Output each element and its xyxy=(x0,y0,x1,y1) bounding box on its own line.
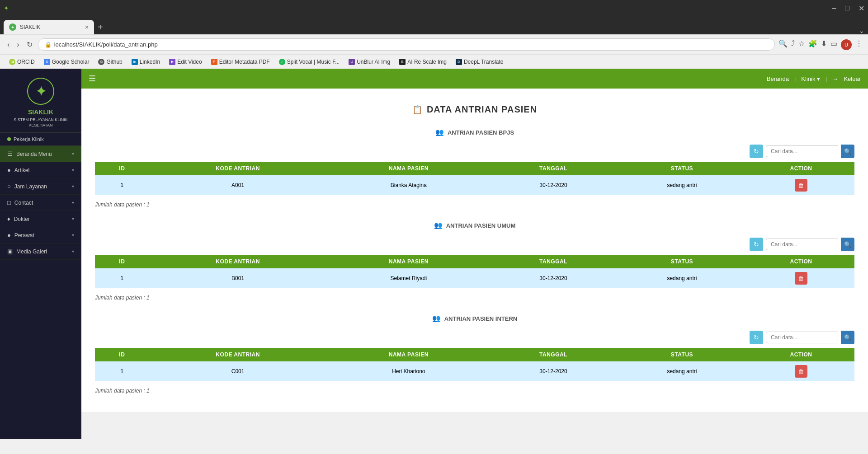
reload-button[interactable]: ↻ xyxy=(25,38,34,51)
table-row: 1 A001 Bianka Atagina 30-12-2020 sedang … xyxy=(95,175,854,195)
umum-refresh-button[interactable]: ↻ xyxy=(750,238,763,251)
sidebar-item-media-galeri[interactable]: ▣ Media Galeri ▾ xyxy=(0,243,81,260)
bookmark-unblur[interactable]: U UnBlur AI Img xyxy=(345,58,394,66)
sidebar-item-artikel[interactable]: ● Artikel ▾ xyxy=(0,162,81,178)
umum-search-input[interactable] xyxy=(766,239,838,250)
main-content: ☰ Beranda | Klinik ▾ | → Keluar 📋 DATA A… xyxy=(81,69,868,439)
intern-refresh-button[interactable]: ↻ xyxy=(750,331,763,344)
logo-icon: ✦ xyxy=(27,78,54,105)
bpjs-row-status: sedang antri xyxy=(616,175,748,195)
dokter-label: Dokter xyxy=(14,216,30,222)
extensions-icon[interactable]: 🧩 xyxy=(808,39,817,50)
media-galeri-label: Media Galeri xyxy=(16,248,47,255)
col-status-intern: STATUS xyxy=(616,348,748,361)
artikel-label: Artikel xyxy=(14,167,29,173)
col-tanggal-bpjs: TANGGAL xyxy=(491,162,616,175)
active-tab[interactable]: ✦ SIAKLIK × xyxy=(4,20,94,34)
media-galeri-arrow: ▾ xyxy=(72,249,74,254)
umum-delete-button[interactable]: 🗑 xyxy=(795,272,807,285)
intern-search-bar: ↻ 🔍 xyxy=(95,327,854,348)
download-icon[interactable]: ⬇ xyxy=(821,39,827,50)
umum-table: ID KODE ANTRIAN NAMA PASIEN TANGGAL STAT… xyxy=(95,255,854,288)
bpjs-search-input[interactable] xyxy=(766,145,838,157)
intern-delete-button[interactable]: 🗑 xyxy=(795,365,807,378)
profile-avatar[interactable]: U xyxy=(841,39,852,50)
bookmark-ai-rescale[interactable]: B AI Re Scale Img xyxy=(396,58,450,66)
tab-title: SIAKLIK xyxy=(20,24,81,30)
bookmark-orcid[interactable]: id ORCID xyxy=(5,58,38,66)
col-status-umum: STATUS xyxy=(616,255,748,268)
bpjs-row-action: 🗑 xyxy=(748,175,854,195)
bpjs-row-nama: Bianka Atagina xyxy=(327,175,491,195)
minimize-button[interactable]: – xyxy=(832,4,836,13)
maximize-button[interactable]: □ xyxy=(845,4,849,13)
sidebar-nav: ☰ Beranda Menu ▾ ● Artikel ▾ ○ Jam Layan xyxy=(0,146,81,260)
keluar-link[interactable]: Keluar xyxy=(844,75,861,82)
col-nama-umum: NAMA PASIEN xyxy=(327,255,491,268)
search-icon[interactable]: 🔍 xyxy=(778,39,788,50)
intern-section-icon: 👥 xyxy=(432,314,441,323)
forward-button[interactable]: › xyxy=(15,39,21,51)
col-action-intern: ACTION xyxy=(748,348,854,361)
bookmark-split-vocal[interactable]: ♪ Split Vocal | Music F... xyxy=(275,58,344,66)
bpjs-section-icon: 👥 xyxy=(435,128,444,136)
umum-table-header-row: ID KODE ANTRIAN NAMA PASIEN TANGGAL STAT… xyxy=(95,255,854,268)
browser-menu-icon[interactable]: ⋮ xyxy=(855,39,863,50)
col-kode-bpjs: KODE ANTRIAN xyxy=(149,162,327,175)
sidebar-item-jam-layanan[interactable]: ○ Jam Layanan ▾ xyxy=(0,178,81,195)
col-kode-umum: KODE ANTRIAN xyxy=(149,255,327,268)
bpjs-footer: Jumlah data pasien : 1 xyxy=(95,199,854,217)
bookmark-linkedin[interactable]: in LinkedIn xyxy=(128,58,164,66)
lock-icon: 🔒 xyxy=(45,42,52,48)
contact-icon: □ xyxy=(7,199,11,206)
table-row: 1 B001 Selamet Riyadi 30-12-2020 sedang … xyxy=(95,268,854,288)
sidebar-item-contact[interactable]: □ Contact ▾ xyxy=(0,195,81,211)
bookmark-editor-metadata[interactable]: P Editor Metadata PDF xyxy=(208,58,274,66)
topbar: ☰ Beranda | Klinik ▾ | → Keluar xyxy=(81,69,868,89)
col-id-umum: ID xyxy=(95,255,149,268)
new-tab-button[interactable]: + xyxy=(98,20,103,34)
umum-row-action: 🗑 xyxy=(748,268,854,288)
back-button[interactable]: ‹ xyxy=(5,39,11,51)
page-title-icon: 📋 xyxy=(412,105,422,115)
bookmark-star-icon[interactable]: ☆ xyxy=(798,39,805,50)
url-input[interactable]: 🔒 localhost/SIAKLIK/poli/data_antrian.ph… xyxy=(38,38,775,51)
close-button[interactable]: ✕ xyxy=(859,4,864,13)
logo-subtitle: SISTEM PELAYANAN KLINIKKESEHATAN xyxy=(14,117,68,128)
intern-search-button[interactable]: 🔍 xyxy=(841,331,854,344)
sidebar-item-perawat[interactable]: ● Perawat ▾ xyxy=(0,227,81,243)
bookmark-deepl[interactable]: D DeepL Translate xyxy=(452,58,507,66)
sidebar-item-dokter[interactable]: ♦ Dokter ▾ xyxy=(0,211,81,227)
perawat-arrow: ▾ xyxy=(72,233,74,238)
col-status-bpjs: STATUS xyxy=(616,162,748,175)
umum-row-id: 1 xyxy=(95,268,149,288)
sidebar-item-beranda-menu[interactable]: ☰ Beranda Menu ▾ xyxy=(0,146,81,162)
col-id-intern: ID xyxy=(95,348,149,361)
worker-badge: Pekerja Klinik xyxy=(0,133,81,146)
bpjs-delete-button[interactable]: 🗑 xyxy=(795,179,807,192)
bpjs-refresh-button[interactable]: ↻ xyxy=(750,145,763,158)
intern-row-nama: Heri Khariono xyxy=(327,361,491,381)
bookmark-github[interactable]: G Github xyxy=(94,58,126,66)
beranda-menu-arrow: ▾ xyxy=(72,151,74,156)
tab-close-icon[interactable]: × xyxy=(85,23,89,31)
bookmark-edit-video[interactable]: ▶ Edit Video xyxy=(165,58,206,66)
share-icon[interactable]: ⤴ xyxy=(791,39,795,50)
beranda-link[interactable]: Beranda xyxy=(767,75,789,82)
col-kode-intern: KODE ANTRIAN xyxy=(149,348,327,361)
col-tanggal-umum: TANGGAL xyxy=(491,255,616,268)
bpjs-search-button[interactable]: 🔍 xyxy=(841,145,854,158)
tab-list-button[interactable]: ⌄ xyxy=(859,27,864,34)
topbar-menu-icon[interactable]: ☰ xyxy=(89,74,96,84)
bpjs-search-bar: ↻ 🔍 xyxy=(95,141,854,162)
umum-row-tanggal: 30-12-2020 xyxy=(491,268,616,288)
umum-search-button[interactable]: 🔍 xyxy=(841,238,854,251)
umum-section-icon: 👥 xyxy=(434,221,443,229)
sidebar-toggle-icon[interactable]: ▭ xyxy=(830,39,837,50)
bookmark-google-scholar[interactable]: S Google Scholar xyxy=(40,58,93,66)
intern-row-id: 1 xyxy=(95,361,149,381)
intern-search-input[interactable] xyxy=(766,332,838,343)
content-area: 📋 DATA ANTRIAN PASIEN 👥 ANTRIAN PASIEN B… xyxy=(81,89,868,412)
intern-row-status: sedang antri xyxy=(616,361,748,381)
klinik-link[interactable]: Klinik ▾ xyxy=(801,75,820,82)
